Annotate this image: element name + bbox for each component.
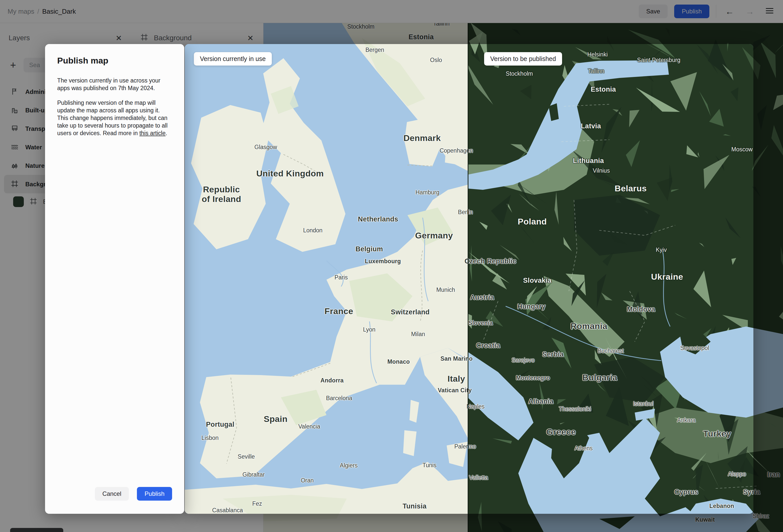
publish-modal: Publish map The version currently in use… <box>45 44 184 514</box>
app-root: StockholmTallinnEstoniaBergenOsloGlasgow… <box>0 0 783 532</box>
cancel-button[interactable]: Cancel <box>95 487 129 501</box>
compare-light-map <box>185 44 468 514</box>
modal-paragraph-2: Publishing new version of the map will u… <box>57 99 172 137</box>
this-article-link[interactable]: this article <box>139 130 166 136</box>
modal-title: Publish map <box>57 56 172 66</box>
publish-compare-window[interactable]: StockholmTallinnEstoniaBergenOsloGlasgow… <box>185 44 753 514</box>
modal-paragraph-1: The version currently in use across your… <box>57 77 172 92</box>
current-version-chip: Version currently in use <box>194 52 272 66</box>
compare-divider <box>468 44 468 514</box>
compare-dark-map <box>468 44 753 514</box>
new-version-chip: Version to be published <box>484 52 562 66</box>
publish-button-modal[interactable]: Publish <box>137 487 172 501</box>
